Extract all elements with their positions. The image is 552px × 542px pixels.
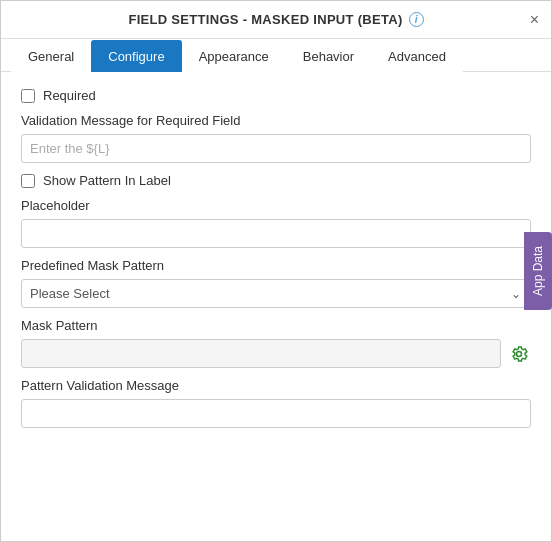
validation-message-label: Validation Message for Required Field — [21, 113, 531, 128]
placeholder-input[interactable] — [21, 219, 531, 248]
required-row: Required — [21, 88, 531, 103]
tab-configure[interactable]: Configure — [91, 40, 181, 72]
predefined-mask-row: Predefined Mask Pattern Please Select ⌄ — [21, 258, 531, 308]
info-icon[interactable]: i — [409, 12, 424, 27]
tab-advanced[interactable]: Advanced — [371, 40, 463, 72]
show-pattern-checkbox[interactable] — [21, 174, 35, 188]
tab-appearance[interactable]: Appearance — [182, 40, 286, 72]
validation-message-row: Validation Message for Required Field — [21, 113, 531, 163]
mask-pattern-input-row — [21, 339, 531, 368]
show-pattern-label[interactable]: Show Pattern In Label — [43, 173, 171, 188]
placeholder-row: Placeholder — [21, 198, 531, 248]
tab-behavior[interactable]: Behavior — [286, 40, 371, 72]
validation-message-input[interactable] — [21, 134, 531, 163]
close-button[interactable]: × — [530, 12, 539, 28]
mask-pattern-row: Mask Pattern — [21, 318, 531, 368]
form-content: Required Validation Message for Required… — [1, 72, 551, 541]
mask-pattern-input[interactable] — [21, 339, 501, 368]
required-checkbox[interactable] — [21, 89, 35, 103]
dialog-header: FIELD SETTINGS - MASKED INPUT (BETA) i × — [1, 1, 551, 39]
predefined-mask-select-wrapper: Please Select ⌄ — [21, 279, 531, 308]
show-pattern-row: Show Pattern In Label — [21, 173, 531, 188]
tab-bar: General Configure Appearance Behavior Ad… — [1, 39, 551, 72]
pattern-validation-input[interactable]: The text in ${L} does not match the expe… — [21, 399, 531, 428]
required-label[interactable]: Required — [43, 88, 96, 103]
app-data-tab[interactable]: App Data — [524, 232, 552, 310]
dialog-title: FIELD SETTINGS - MASKED INPUT (BETA) — [128, 12, 402, 27]
placeholder-label: Placeholder — [21, 198, 531, 213]
tab-general[interactable]: General — [11, 40, 91, 72]
predefined-mask-label: Predefined Mask Pattern — [21, 258, 531, 273]
pattern-validation-row: Pattern Validation Message The text in $… — [21, 378, 531, 428]
pattern-validation-label: Pattern Validation Message — [21, 378, 531, 393]
gear-button[interactable] — [507, 342, 531, 366]
predefined-mask-select[interactable]: Please Select — [21, 279, 531, 308]
gear-icon — [509, 344, 529, 364]
mask-pattern-label: Mask Pattern — [21, 318, 531, 333]
